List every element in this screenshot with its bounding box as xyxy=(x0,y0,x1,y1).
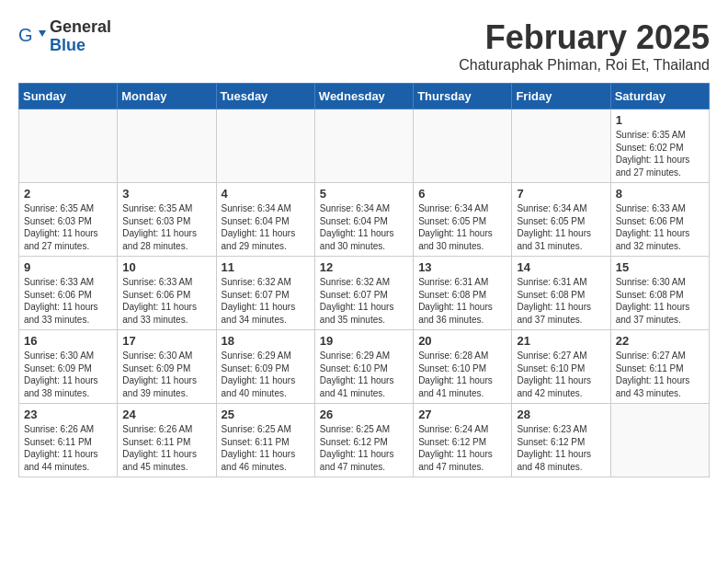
calendar-cell: 16Sunrise: 6:30 AM Sunset: 6:09 PM Dayli… xyxy=(19,330,118,404)
calendar-cell: 14Sunrise: 6:31 AM Sunset: 6:08 PM Dayli… xyxy=(512,257,610,330)
calendar-cell xyxy=(414,109,512,183)
calendar-cell: 26Sunrise: 6:25 AM Sunset: 6:12 PM Dayli… xyxy=(314,404,413,477)
day-info: Sunrise: 6:33 AM Sunset: 6:06 PM Dayligh… xyxy=(122,276,210,326)
day-info: Sunrise: 6:26 AM Sunset: 6:11 PM Dayligh… xyxy=(122,423,210,473)
day-number: 21 xyxy=(517,334,605,348)
logo-general: General xyxy=(50,18,111,37)
calendar-cell: 12Sunrise: 6:32 AM Sunset: 6:07 PM Dayli… xyxy=(314,257,413,330)
day-number: 7 xyxy=(517,187,605,201)
calendar-cell: 6Sunrise: 6:34 AM Sunset: 6:05 PM Daylig… xyxy=(414,183,512,257)
day-number: 16 xyxy=(24,334,112,348)
day-number: 14 xyxy=(517,260,605,274)
logo-icon: G xyxy=(18,23,46,51)
day-info: Sunrise: 6:30 AM Sunset: 6:08 PM Dayligh… xyxy=(616,276,704,326)
calendar-cell xyxy=(610,404,709,477)
calendar-cell: 21Sunrise: 6:27 AM Sunset: 6:10 PM Dayli… xyxy=(512,330,610,404)
day-number: 25 xyxy=(222,408,310,421)
calendar-cell: 15Sunrise: 6:30 AM Sunset: 6:08 PM Dayli… xyxy=(610,257,709,330)
day-info: Sunrise: 6:34 AM Sunset: 6:04 PM Dayligh… xyxy=(222,202,310,252)
col-saturday: Saturday xyxy=(610,84,709,109)
calendar-week-5: 23Sunrise: 6:26 AM Sunset: 6:11 PM Dayli… xyxy=(19,404,710,477)
day-info: Sunrise: 6:26 AM Sunset: 6:11 PM Dayligh… xyxy=(24,423,112,473)
calendar-cell xyxy=(118,109,216,183)
day-info: Sunrise: 6:25 AM Sunset: 6:11 PM Dayligh… xyxy=(222,423,310,473)
calendar-cell: 25Sunrise: 6:25 AM Sunset: 6:11 PM Dayli… xyxy=(216,404,314,477)
calendar-table: Sunday Monday Tuesday Wednesday Thursday… xyxy=(18,83,710,477)
day-number: 12 xyxy=(320,260,408,274)
day-info: Sunrise: 6:34 AM Sunset: 6:04 PM Dayligh… xyxy=(320,202,408,252)
day-number: 15 xyxy=(616,260,704,274)
calendar-cell: 1Sunrise: 6:35 AM Sunset: 6:02 PM Daylig… xyxy=(610,109,709,183)
day-number: 17 xyxy=(122,334,210,348)
day-number: 24 xyxy=(122,408,210,421)
calendar-cell: 23Sunrise: 6:26 AM Sunset: 6:11 PM Dayli… xyxy=(19,404,118,477)
day-number: 1 xyxy=(616,113,704,127)
col-tuesday: Tuesday xyxy=(216,84,314,109)
day-number: 23 xyxy=(24,408,112,421)
day-info: Sunrise: 6:27 AM Sunset: 6:11 PM Dayligh… xyxy=(616,350,704,399)
calendar-cell: 19Sunrise: 6:29 AM Sunset: 6:10 PM Dayli… xyxy=(314,330,413,404)
calendar-cell: 2Sunrise: 6:35 AM Sunset: 6:03 PM Daylig… xyxy=(19,183,118,257)
calendar-week-4: 16Sunrise: 6:30 AM Sunset: 6:09 PM Dayli… xyxy=(19,330,710,404)
title-block: February 2025 Chaturaphak Phiman, Roi Et… xyxy=(459,18,710,74)
page-header: G General Blue February 2025 Chaturaphak… xyxy=(18,18,710,74)
calendar-cell: 7Sunrise: 6:34 AM Sunset: 6:05 PM Daylig… xyxy=(512,183,610,257)
day-number: 22 xyxy=(616,334,704,348)
day-info: Sunrise: 6:35 AM Sunset: 6:03 PM Dayligh… xyxy=(122,202,210,252)
calendar-cell: 28Sunrise: 6:23 AM Sunset: 6:12 PM Dayli… xyxy=(512,404,610,477)
day-number: 28 xyxy=(517,408,605,421)
day-number: 20 xyxy=(418,334,506,348)
calendar-cell xyxy=(314,109,413,183)
calendar-cell: 10Sunrise: 6:33 AM Sunset: 6:06 PM Dayli… xyxy=(118,257,216,330)
day-info: Sunrise: 6:27 AM Sunset: 6:10 PM Dayligh… xyxy=(517,350,605,399)
day-info: Sunrise: 6:29 AM Sunset: 6:09 PM Dayligh… xyxy=(222,350,310,399)
logo-blue: Blue xyxy=(50,37,111,55)
day-number: 19 xyxy=(320,334,408,348)
day-number: 13 xyxy=(418,260,506,274)
day-info: Sunrise: 6:29 AM Sunset: 6:10 PM Dayligh… xyxy=(320,350,408,399)
svg-text:G: G xyxy=(18,25,33,45)
day-number: 10 xyxy=(122,260,210,274)
day-info: Sunrise: 6:34 AM Sunset: 6:05 PM Dayligh… xyxy=(418,202,506,252)
calendar-cell: 9Sunrise: 6:33 AM Sunset: 6:06 PM Daylig… xyxy=(19,257,118,330)
calendar-cell: 20Sunrise: 6:28 AM Sunset: 6:10 PM Dayli… xyxy=(414,330,512,404)
day-info: Sunrise: 6:33 AM Sunset: 6:06 PM Dayligh… xyxy=(616,202,704,252)
day-number: 4 xyxy=(222,187,310,201)
calendar-cell xyxy=(19,109,118,183)
day-number: 18 xyxy=(222,334,310,348)
calendar-cell: 11Sunrise: 6:32 AM Sunset: 6:07 PM Dayli… xyxy=(216,257,314,330)
logo-text: General Blue xyxy=(50,18,111,55)
calendar-cell xyxy=(216,109,314,183)
svg-marker-1 xyxy=(39,30,46,37)
calendar-cell: 24Sunrise: 6:26 AM Sunset: 6:11 PM Dayli… xyxy=(118,404,216,477)
day-number: 6 xyxy=(418,187,506,201)
day-info: Sunrise: 6:30 AM Sunset: 6:09 PM Dayligh… xyxy=(24,350,112,399)
day-number: 11 xyxy=(222,260,310,274)
day-info: Sunrise: 6:31 AM Sunset: 6:08 PM Dayligh… xyxy=(418,276,506,326)
calendar-cell: 18Sunrise: 6:29 AM Sunset: 6:09 PM Dayli… xyxy=(216,330,314,404)
day-info: Sunrise: 6:24 AM Sunset: 6:12 PM Dayligh… xyxy=(418,423,506,473)
day-info: Sunrise: 6:32 AM Sunset: 6:07 PM Dayligh… xyxy=(222,276,310,326)
col-friday: Friday xyxy=(512,84,610,109)
day-number: 2 xyxy=(24,187,112,201)
calendar-cell: 13Sunrise: 6:31 AM Sunset: 6:08 PM Dayli… xyxy=(414,257,512,330)
calendar-week-1: 1Sunrise: 6:35 AM Sunset: 6:02 PM Daylig… xyxy=(19,109,710,183)
day-info: Sunrise: 6:25 AM Sunset: 6:12 PM Dayligh… xyxy=(320,423,408,473)
calendar-cell: 22Sunrise: 6:27 AM Sunset: 6:11 PM Dayli… xyxy=(610,330,709,404)
calendar-cell: 8Sunrise: 6:33 AM Sunset: 6:06 PM Daylig… xyxy=(610,183,709,257)
day-info: Sunrise: 6:35 AM Sunset: 6:02 PM Dayligh… xyxy=(616,129,704,178)
calendar-cell: 3Sunrise: 6:35 AM Sunset: 6:03 PM Daylig… xyxy=(118,183,216,257)
calendar-header: Sunday Monday Tuesday Wednesday Thursday… xyxy=(19,84,710,109)
day-number: 8 xyxy=(616,187,704,201)
calendar-subtitle: Chaturaphak Phiman, Roi Et, Thailand xyxy=(459,57,710,74)
calendar-title: February 2025 xyxy=(459,18,710,57)
calendar-week-2: 2Sunrise: 6:35 AM Sunset: 6:03 PM Daylig… xyxy=(19,183,710,257)
calendar-cell: 17Sunrise: 6:30 AM Sunset: 6:09 PM Dayli… xyxy=(118,330,216,404)
day-info: Sunrise: 6:32 AM Sunset: 6:07 PM Dayligh… xyxy=(320,276,408,326)
day-number: 26 xyxy=(320,408,408,421)
day-info: Sunrise: 6:31 AM Sunset: 6:08 PM Dayligh… xyxy=(517,276,605,326)
calendar-cell xyxy=(512,109,610,183)
calendar-week-3: 9Sunrise: 6:33 AM Sunset: 6:06 PM Daylig… xyxy=(19,257,710,330)
day-info: Sunrise: 6:33 AM Sunset: 6:06 PM Dayligh… xyxy=(24,276,112,326)
day-number: 9 xyxy=(24,260,112,274)
